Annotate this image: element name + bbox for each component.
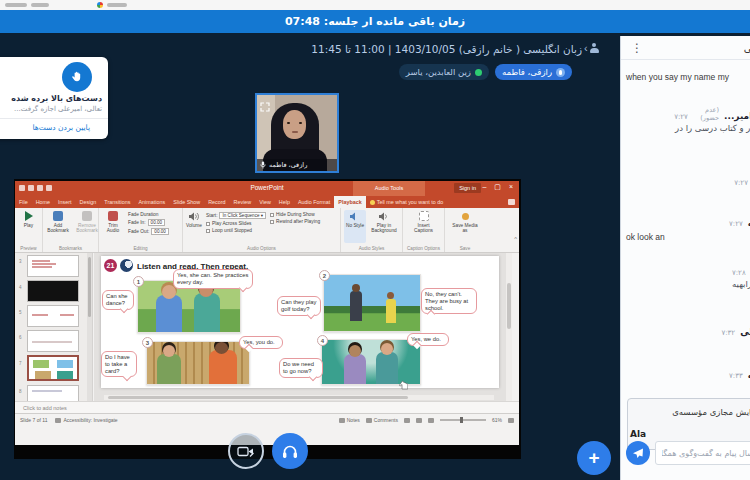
notification-detail: تعالی، امیرعلی اجازه گرفت... xyxy=(14,105,102,113)
time-remaining-banner: زمان باقی مانده ار جلسه: 07:48 xyxy=(0,10,750,33)
tell-me-box[interactable]: Tell me what you want to do xyxy=(366,196,448,208)
tab-view[interactable]: View xyxy=(255,196,275,208)
slide-thumbnail[interactable] xyxy=(27,330,79,352)
participant-pills: رازقی، فاطمه زین العابدین، یاسر xyxy=(399,64,572,80)
fade-in-spinner[interactable]: 00.00 xyxy=(148,219,166,226)
presenter-badge-icon xyxy=(556,68,565,77)
listen-icon xyxy=(120,259,133,272)
slide-canvas[interactable]: 21 Listen and read. Then repeat. 1 xyxy=(101,256,499,388)
slide-sorter-icon[interactable] xyxy=(416,418,422,423)
ribbon-tab-row: File Home Insert Design Transitions Anim… xyxy=(15,196,519,208)
tab-animations[interactable]: Animations xyxy=(135,196,170,208)
participants-toggle-button[interactable]: ‹ xyxy=(584,43,599,53)
vertical-scrollbar[interactable] xyxy=(506,253,512,401)
remove-bookmark-button[interactable]: Remove Bookmark xyxy=(74,210,100,243)
hide-during-checkbox[interactable]: Hide During Show xyxy=(270,212,320,217)
browser-strip xyxy=(0,0,750,10)
loop-checkbox[interactable]: Loop until Stopped xyxy=(206,228,266,233)
notification-title: دست‌های بالا برده شده xyxy=(11,94,102,103)
horizontal-scrollbar[interactable] xyxy=(104,395,494,400)
add-content-button[interactable]: + xyxy=(577,441,611,475)
zoom-level: 61% xyxy=(492,417,502,423)
chat-menu-icon[interactable]: ⋮ xyxy=(631,41,643,55)
comments-toggle[interactable]: Comments xyxy=(366,417,398,423)
contextual-tab-group: Audio Tools xyxy=(353,181,425,196)
webcam-video-tile[interactable]: رازقی، فاطمه xyxy=(255,93,339,173)
chat-message-header: فاطمه ۷:۲۷ xyxy=(621,211,750,230)
send-message-button[interactable] xyxy=(626,441,650,465)
chat-panel: ⋮ گفتگوی همگانی when you say my name my … xyxy=(620,36,750,480)
camera-toggle-button[interactable] xyxy=(228,433,264,469)
ppt-status-bar: Slide 7 of 11 Accessibility: Investigate… xyxy=(15,413,519,426)
share-icon[interactable] xyxy=(508,199,515,205)
lesson-number-badge: 21 xyxy=(104,259,117,272)
chat-message: when you say my name my xyxy=(626,72,750,82)
lower-hands-link[interactable]: پایین بردن دست‌ها xyxy=(32,123,90,132)
speech-bubble-answer: Yes, she can. She practices every day. xyxy=(173,269,253,289)
chat-message-header: زاده، امیر... (عدم حضور) ۷:۲۷ xyxy=(621,104,750,123)
collapse-ribbon-icon[interactable]: ^ xyxy=(514,236,517,242)
notes-toggle[interactable]: Notes xyxy=(339,417,360,423)
tab-audio-format[interactable]: Audio Format xyxy=(294,196,334,208)
tab-slide-show[interactable]: Slide Show xyxy=(169,196,204,208)
ppt-titlebar: PowerPoint Audio Tools Sign in – ▢ × xyxy=(15,181,519,196)
panel-number: 1 xyxy=(133,276,144,287)
checkbox-icon xyxy=(270,220,274,224)
tab-insert[interactable]: Insert xyxy=(54,196,75,208)
checkbox-icon xyxy=(206,229,210,233)
no-style-button[interactable]: No Style xyxy=(344,210,366,243)
trim-audio-button[interactable]: Trim Audio xyxy=(102,210,124,243)
accessibility-icon xyxy=(55,418,61,423)
thumbnail-scrollbar[interactable] xyxy=(87,253,92,401)
slide-thumbnail[interactable] xyxy=(27,255,79,277)
volume-button[interactable]: Volume xyxy=(186,210,202,243)
speech-bubble-answer: Yes, we do. xyxy=(407,333,449,346)
insert-captions-button[interactable]: Insert Captions xyxy=(406,210,441,233)
window-controls[interactable]: – ▢ × xyxy=(483,183,516,191)
chat-message-input[interactable] xyxy=(655,441,750,465)
rewind-checkbox[interactable]: Rewind after Playing xyxy=(270,219,320,224)
powerpoint-window: PowerPoint Audio Tools Sign in – ▢ × Fil… xyxy=(15,181,519,445)
tab-file[interactable]: File xyxy=(15,196,32,208)
slide-indicator: Slide 7 of 11 xyxy=(20,417,47,423)
play-in-background-button[interactable]: Play in Background xyxy=(370,210,398,243)
checkbox-icon xyxy=(270,213,274,217)
fade-out-row[interactable]: Fade Out: 00.00 xyxy=(128,228,169,235)
notes-pane[interactable]: Click to add notes xyxy=(15,401,519,413)
add-bookmark-button[interactable]: Add Bookmark xyxy=(46,210,70,243)
panel-number: 3 xyxy=(142,337,153,348)
chat-message-header: رسام ۷:۲۷ xyxy=(621,170,750,189)
accessibility-status[interactable]: Accessibility: Investigate xyxy=(55,417,117,423)
tab-review[interactable]: Review xyxy=(230,196,256,208)
tab-playback[interactable]: Playback xyxy=(334,196,365,208)
fade-duration-controls: Fade Duration Fade In: 00.00 Fade Out: 0… xyxy=(128,210,169,243)
save-media-button[interactable]: Save Media as xyxy=(448,210,482,233)
ribbon-group-audio-options: Volume Start: In Click Sequence ▾ Play A… xyxy=(183,208,341,252)
tab-record[interactable]: Record xyxy=(204,196,229,208)
fade-out-spinner[interactable]: 00.00 xyxy=(151,228,169,235)
slide-thumbnail-active[interactable] xyxy=(27,355,79,381)
fit-slide-icon[interactable] xyxy=(508,418,514,423)
tab-transitions[interactable]: Transitions xyxy=(100,196,134,208)
speaker-icon xyxy=(189,212,199,221)
tab-home[interactable]: Home xyxy=(32,196,54,208)
slide-thumbnail[interactable] xyxy=(27,385,79,401)
participant-pill[interactable]: زین العابدین، یاسر xyxy=(399,64,489,80)
expand-video-icon[interactable] xyxy=(260,98,270,108)
slide-thumbnail[interactable] xyxy=(27,280,79,302)
slide-thumbnail-panel[interactable]: 3 4 5 6 7 xyxy=(15,253,93,401)
sign-in-button[interactable]: Sign in xyxy=(454,183,481,193)
zoom-slider[interactable] xyxy=(440,419,486,421)
audio-toggle-button[interactable] xyxy=(272,433,308,469)
play-across-checkbox[interactable]: Play Across Slides xyxy=(206,221,266,226)
microphone-icon xyxy=(260,161,266,169)
tab-design[interactable]: Design xyxy=(76,196,101,208)
participant-pill-speaker[interactable]: رازقی، فاطمه xyxy=(495,64,572,80)
tab-help[interactable]: Help xyxy=(275,196,294,208)
start-dropdown[interactable]: Start: In Click Sequence ▾ xyxy=(206,212,266,219)
normal-view-icon[interactable] xyxy=(404,418,410,423)
slide-thumbnail[interactable] xyxy=(27,305,79,327)
fade-in-row[interactable]: Fade In: 00.00 xyxy=(128,219,169,226)
slideshow-view-icon[interactable] xyxy=(428,418,434,423)
play-button[interactable]: Play xyxy=(18,210,39,228)
